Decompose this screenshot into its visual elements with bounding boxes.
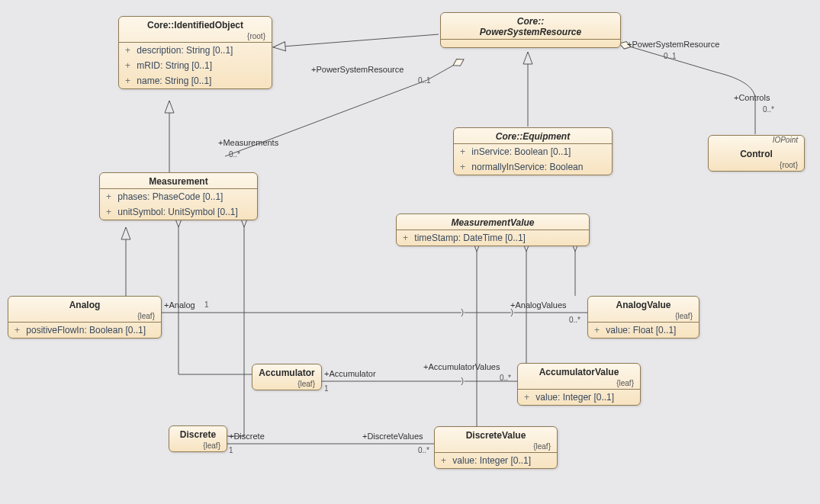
class-title: Core::Equipment — [454, 128, 612, 143]
class-attr: + value: Integer [0..1] — [435, 453, 557, 468]
class-attr: + name: String [0..1] — [119, 73, 272, 88]
role-psr-left: +PowerSystemResource — [311, 65, 404, 74]
class-stereo: {leaf} — [518, 379, 640, 389]
class-iopoint: IOPoint — [709, 136, 804, 146]
role-controls: +Controls — [734, 93, 770, 102]
class-attr: + value: Integer [0..1] — [518, 390, 640, 405]
role-psr-right: +PowerSystemResource — [627, 40, 719, 49]
class-measurement[interactable]: Measurement + phases: PhaseCode [0..1] +… — [99, 172, 258, 220]
class-title: Discrete — [169, 426, 227, 441]
class-analog[interactable]: Analog {leaf} + positiveFlowIn: Boolean … — [8, 296, 162, 339]
class-title: Analog — [8, 297, 161, 312]
class-stereo: {leaf} — [435, 442, 557, 452]
class-title: DiscreteValue — [435, 427, 557, 442]
class-attr: + normallyInService: Boolean — [454, 159, 612, 175]
class-title: AccumulatorValue — [518, 364, 640, 379]
class-title: MeasurementValue — [397, 214, 589, 230]
class-stereo: {root} — [709, 161, 804, 171]
class-attr: + mRID: String [0..1] — [119, 58, 272, 73]
class-title: Core::IdentifiedObject — [119, 17, 272, 32]
class-title: Accumulator — [252, 364, 321, 380]
role-discrete: +Discrete — [229, 432, 265, 441]
mult-accumulator: 1 — [324, 384, 329, 393]
class-discrete[interactable]: Discrete {leaf} — [169, 425, 227, 452]
role-discretevalues: +DiscreteValues — [362, 432, 423, 441]
mult-discrete: 1 — [229, 446, 233, 454]
class-equipment[interactable]: Core::Equipment + inService: Boolean [0.… — [453, 127, 613, 175]
class-attr: + phases: PhaseCode [0..1] — [100, 189, 257, 204]
svg-line-0 — [273, 34, 439, 47]
class-title: Control — [709, 146, 804, 161]
uml-canvas: Core::IdentifiedObject {root} + descript… — [0, 0, 820, 504]
role-accumulatorvalues: +AccumulatorValues — [423, 362, 500, 371]
class-stereo: {leaf} — [252, 380, 321, 390]
class-stereo: {leaf} — [8, 312, 161, 322]
mult-analogvalues: 0..* — [569, 316, 580, 324]
class-attr: + unitSymbol: UnitSymbol [0..1] — [100, 204, 257, 220]
class-identifiedobject[interactable]: Core::IdentifiedObject {root} + descript… — [118, 16, 272, 89]
class-stereo: {root} — [119, 32, 272, 42]
class-stereo: {leaf} — [169, 441, 227, 451]
role-analog: +Analog — [164, 300, 195, 310]
class-control[interactable]: IOPoint Control {root} — [708, 135, 805, 172]
mult-accumulatorvalues: 0..* — [500, 374, 511, 382]
mult-measurements: 0..* — [229, 150, 240, 159]
class-title: Measurement — [100, 173, 257, 188]
mult-psr-right: 0..1 — [664, 52, 677, 60]
class-analogvalue[interactable]: AnalogValue {leaf} + value: Float [0..1] — [587, 296, 699, 339]
class-attr: + timeStamp: DateTime [0..1] — [397, 230, 589, 246]
class-attr: + description: String [0..1] — [119, 43, 272, 58]
class-accumulatorvalue[interactable]: AccumulatorValue {leaf} + value: Integer… — [517, 363, 641, 406]
role-accumulator: +Accumulator — [324, 369, 376, 378]
class-measurementvalue[interactable]: MeasurementValue + timeStamp: DateTime [… — [396, 213, 590, 246]
class-accumulator[interactable]: Accumulator {leaf} — [252, 364, 322, 390]
mult-analog: 1 — [204, 300, 209, 309]
class-stereo: {leaf} — [588, 312, 699, 322]
role-analogvalues: +AnalogValues — [510, 300, 567, 310]
class-discretevalue[interactable]: DiscreteValue {leaf} + value: Integer [0… — [434, 426, 558, 469]
mult-psr-left: 0..1 — [418, 76, 431, 85]
class-powersystemresource[interactable]: Core:: PowerSystemResource — [440, 12, 621, 48]
class-title: AnalogValue — [588, 297, 699, 312]
class-attr: + value: Float [0..1] — [588, 323, 699, 338]
mult-discretevalues: 0..* — [418, 446, 429, 454]
mult-controls: 0..* — [763, 105, 774, 114]
class-attr: + inService: Boolean [0..1] — [454, 144, 612, 159]
role-measurements: +Measurements — [218, 138, 278, 147]
class-attr: + positiveFlowIn: Boolean [0..1] — [8, 323, 161, 338]
class-title: Core:: PowerSystemResource — [441, 13, 620, 39]
